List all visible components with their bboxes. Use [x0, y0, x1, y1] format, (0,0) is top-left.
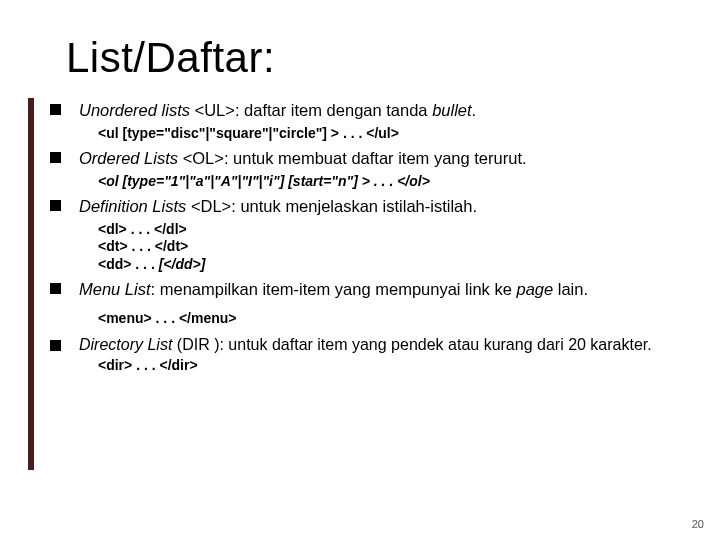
- item-text: Unordered lists <UL>: daftar item dengan…: [79, 100, 670, 121]
- slide-content: Unordered lists <UL>: daftar item dengan…: [50, 100, 670, 381]
- list-item: Ordered Lists <OL>: untuk membuat daftar…: [50, 148, 670, 169]
- item-text: Menu List: menampilkan item-item yang me…: [79, 279, 670, 300]
- square-bullet-icon: [50, 104, 61, 115]
- list-item: Definition Lists <DL>: untuk menjelaskan…: [50, 196, 670, 217]
- item-text: Definition Lists <DL>: untuk menjelaskan…: [79, 196, 670, 217]
- item-text: Directory List (DIR ): untuk daftar item…: [79, 336, 670, 354]
- list-item: Unordered lists <UL>: daftar item dengan…: [50, 100, 670, 121]
- square-bullet-icon: [50, 340, 61, 351]
- page-number: 20: [692, 518, 704, 530]
- list-item: Directory List (DIR ): untuk daftar item…: [50, 336, 670, 354]
- item-text: Ordered Lists <OL>: untuk membuat daftar…: [79, 148, 670, 169]
- code-snippet: <dl> . . . </dl> <dt> . . . </dt> <dd> .…: [98, 221, 670, 274]
- code-snippet: <ul [type="disc"|"square"|"circle"] > . …: [98, 125, 670, 143]
- list-item: Menu List: menampilkan item-item yang me…: [50, 279, 670, 300]
- code-snippet: <ol [type="1"|"a"|"A"|"I"|"i"] [start="n…: [98, 173, 670, 191]
- square-bullet-icon: [50, 283, 61, 294]
- code-snippet: <dir> . . . </dir>: [98, 357, 670, 375]
- slide-title: List/Daftar:: [66, 34, 275, 82]
- square-bullet-icon: [50, 152, 61, 163]
- accent-bar: [28, 98, 34, 470]
- code-snippet: <menu> . . . </menu>: [98, 310, 670, 328]
- square-bullet-icon: [50, 200, 61, 211]
- slide: List/Daftar: Unordered lists <UL>: dafta…: [0, 0, 720, 540]
